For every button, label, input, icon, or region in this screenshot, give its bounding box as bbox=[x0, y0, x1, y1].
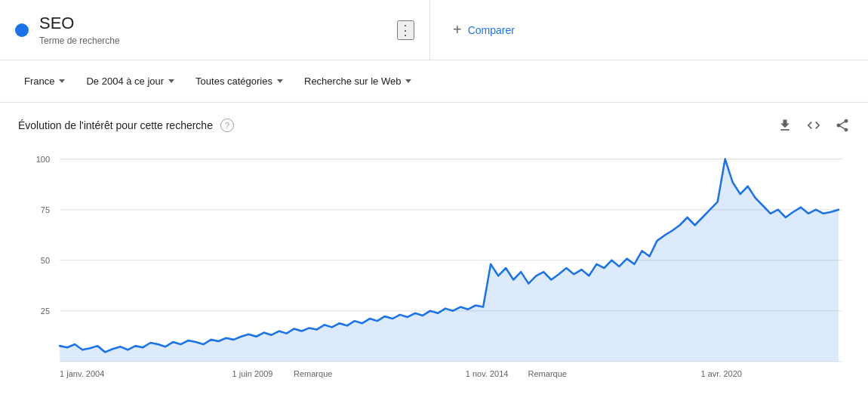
embed-icon bbox=[806, 118, 821, 133]
filter-search-type[interactable]: Recherche sur le Web bbox=[295, 71, 420, 91]
filter-country-label: France bbox=[24, 75, 54, 87]
svg-text:Remarque: Remarque bbox=[294, 369, 332, 378]
svg-text:1 janv. 2004: 1 janv. 2004 bbox=[60, 369, 104, 378]
svg-text:50: 50 bbox=[41, 256, 50, 265]
search-bar: SEO Terme de recherche ⋮ + Comparer bbox=[0, 0, 868, 60]
chart-title-group: Évolution de l'intérêt pour cette recher… bbox=[18, 119, 234, 132]
filter-search-type-label: Recherche sur le Web bbox=[304, 75, 401, 87]
filter-category[interactable]: Toutes catégories bbox=[186, 71, 292, 91]
svg-text:100: 100 bbox=[36, 155, 50, 164]
search-term-name: SEO bbox=[39, 14, 120, 33]
filter-period-label: De 2004 à ce jour bbox=[86, 75, 164, 87]
chevron-down-icon bbox=[59, 79, 65, 83]
embed-button[interactable] bbox=[806, 118, 821, 133]
svg-text:25: 25 bbox=[41, 307, 50, 316]
compare-button[interactable]: + Comparer bbox=[453, 21, 515, 39]
svg-text:1 juin 2009: 1 juin 2009 bbox=[232, 369, 273, 378]
search-term-section: SEO Terme de recherche ⋮ bbox=[0, 0, 430, 60]
download-icon bbox=[777, 118, 793, 133]
chevron-down-icon bbox=[277, 79, 283, 83]
search-dot bbox=[15, 23, 29, 37]
filter-country[interactable]: France bbox=[15, 71, 74, 91]
compare-label: Comparer bbox=[468, 24, 515, 36]
chart-actions bbox=[777, 118, 850, 133]
chart-header: Évolution de l'intérêt pour cette recher… bbox=[18, 118, 850, 133]
svg-text:75: 75 bbox=[41, 205, 50, 214]
svg-text:Remarque: Remarque bbox=[528, 369, 567, 378]
chart-title: Évolution de l'intérêt pour cette recher… bbox=[18, 119, 213, 131]
filter-bar: France De 2004 à ce jour Toutes catégori… bbox=[0, 60, 868, 103]
filter-period[interactable]: De 2004 à ce jour bbox=[77, 71, 183, 91]
chevron-down-icon bbox=[168, 79, 174, 83]
download-button[interactable] bbox=[777, 118, 793, 133]
search-term-text: SEO Terme de recherche bbox=[39, 14, 120, 45]
compare-plus-icon: + bbox=[453, 21, 462, 39]
filter-category-label: Toutes catégories bbox=[195, 75, 272, 87]
help-icon[interactable]: ? bbox=[220, 119, 234, 132]
share-button[interactable] bbox=[835, 118, 850, 133]
more-options-button[interactable]: ⋮ bbox=[397, 20, 414, 40]
svg-text:1 avr. 2020: 1 avr. 2020 bbox=[700, 369, 741, 378]
compare-section: + Comparer bbox=[430, 0, 868, 60]
chevron-down-icon bbox=[405, 79, 411, 83]
help-icon-label: ? bbox=[225, 121, 229, 130]
share-icon bbox=[835, 118, 850, 133]
trend-chart: 100 75 50 25 1 janv. 2004 1 juin 2009 1 … bbox=[18, 143, 850, 393]
trend-chart-container: 100 75 50 25 1 janv. 2004 1 juin 2009 1 … bbox=[18, 143, 850, 393]
chart-section: Évolution de l'intérêt pour cette recher… bbox=[0, 103, 868, 400]
svg-text:1 nov. 2014: 1 nov. 2014 bbox=[466, 369, 509, 378]
search-term-label: Terme de recherche bbox=[39, 35, 120, 46]
